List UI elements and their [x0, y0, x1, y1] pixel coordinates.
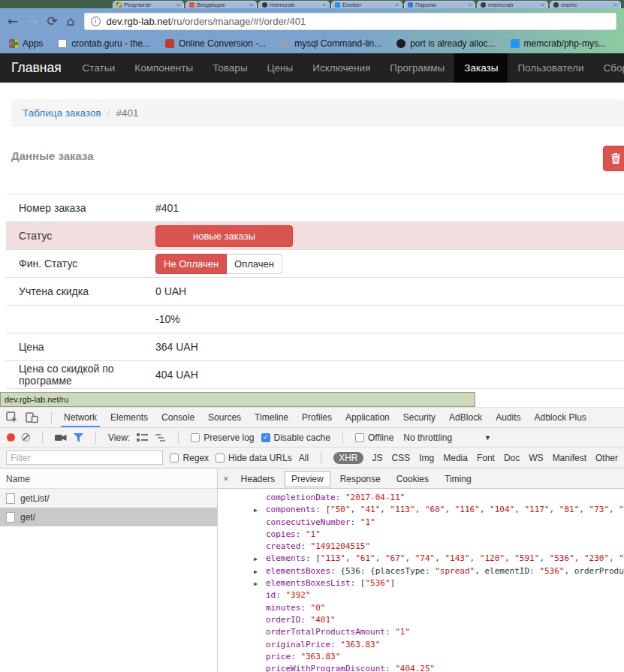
tab-close-icon[interactable]: ×	[468, 2, 472, 8]
checkbox-icon[interactable]	[355, 433, 364, 442]
hide-data-urls-checkbox[interactable]: Hide data URLs	[216, 453, 292, 463]
filter-type[interactable]: Font	[477, 453, 495, 463]
filter-type-all[interactable]: All	[299, 453, 309, 463]
filter-type[interactable]: WS	[529, 453, 543, 463]
breadcrumb-link[interactable]: Таблица заказов	[23, 107, 101, 119]
nav-item[interactable]: Товары	[203, 53, 257, 83]
devtools-tab[interactable]: Audits	[489, 408, 527, 427]
preserve-log-checkbox[interactable]: Preserve log	[191, 432, 254, 443]
json-tree-line[interactable]: priceWithProgramDiscount: "404.25"	[218, 663, 624, 672]
filter-funnel-icon[interactable]	[74, 433, 83, 442]
url-text[interactable]: dev.rgb-lab.net/ru/orders/manage/#!/orde…	[107, 16, 306, 27]
checkbox-icon[interactable]	[261, 433, 270, 442]
throttling-select[interactable]: No throttling	[403, 432, 452, 443]
json-tree-line[interactable]: orderID: "401"	[218, 614, 624, 626]
checkbox-icon[interactable]	[191, 433, 200, 442]
json-tree-line[interactable]: completionDate: "2017-04-11"	[218, 492, 624, 504]
status-badge-button[interactable]: новые заказы	[155, 225, 293, 247]
browser-tab[interactable]: Входящие ×	[185, 1, 257, 8]
filter-type[interactable]: Manifest	[553, 453, 586, 463]
browser-tab[interactable]: memcrab ×	[477, 1, 548, 8]
checkbox-icon[interactable]	[216, 454, 225, 463]
detail-tab[interactable]: Cookies	[390, 472, 435, 487]
devtools-tab[interactable]: AdBlock	[442, 408, 489, 427]
json-tree-line[interactable]: copies: "1"	[218, 529, 624, 541]
clear-icon[interactable]	[22, 433, 30, 441]
filter-type[interactable]: Doc	[504, 453, 520, 463]
nav-item[interactable]: Цены	[258, 53, 303, 83]
view-waterfall-icon[interactable]	[155, 433, 166, 442]
expand-arrow-icon[interactable]: ▶	[254, 505, 266, 517]
unpaid-button[interactable]: Не Оплачен	[155, 254, 227, 274]
delete-order-button[interactable]: У	[603, 146, 624, 171]
nav-item[interactable]: Заказы	[454, 53, 508, 83]
devtools-tab[interactable]: Console	[155, 408, 201, 427]
close-icon[interactable]: ×	[223, 473, 229, 484]
detail-tab[interactable]: Preview	[285, 471, 330, 487]
back-icon[interactable]: ←	[8, 15, 18, 28]
devtools-tab[interactable]: Adblock Plus	[528, 408, 593, 427]
json-tree-line[interactable]: price: "363.83"	[218, 651, 624, 663]
filter-type[interactable]: JS	[372, 453, 383, 463]
view-list-icon[interactable]	[137, 433, 148, 442]
devtools-tab[interactable]: Timeline	[248, 408, 295, 427]
bookmark-item[interactable]: memcrab/php-mys...	[511, 38, 606, 49]
browser-tab[interactable]: Результат ×	[113, 1, 184, 8]
browser-tab[interactable]: Пароли ×	[404, 1, 475, 8]
request-row[interactable]: getList/	[0, 489, 217, 508]
record-icon[interactable]	[7, 433, 15, 441]
requests-header[interactable]: Name	[0, 469, 217, 489]
devtools-tab[interactable]: Sources	[201, 408, 248, 427]
detail-tab[interactable]: Timing	[439, 472, 478, 487]
filter-type[interactable]: XHR	[333, 452, 363, 464]
address-bar[interactable]: i dev.rgb-lab.net/ru/orders/manage/#!/or…	[84, 13, 616, 30]
screenshot-camera-icon[interactable]	[55, 433, 67, 442]
json-tree-line[interactable]: created: "1491204515"	[218, 541, 624, 553]
browser-tab[interactable]: memc ×	[550, 1, 621, 8]
forward-icon[interactable]: →	[27, 15, 38, 28]
expand-arrow-icon[interactable]: ▶	[254, 578, 266, 590]
nav-item[interactable]: Главная	[0, 53, 73, 83]
nav-item[interactable]: Пользователи	[508, 53, 593, 83]
json-tree-line[interactable]: id: "392"	[218, 589, 624, 601]
expand-arrow-icon[interactable]: ▶	[254, 553, 266, 565]
json-tree-line[interactable]: ▶components: ["50", "41", "113", "60", "…	[218, 504, 624, 516]
json-tree-line[interactable]: consecutiveNumber: "1"	[218, 517, 624, 529]
device-toolbar-icon[interactable]	[26, 412, 38, 423]
nav-item[interactable]: Исключения	[303, 53, 380, 83]
regex-checkbox[interactable]: Regex	[170, 453, 209, 463]
inspect-element-icon[interactable]	[6, 411, 18, 423]
json-tree-line[interactable]: originalPrice: "363.83"	[218, 639, 624, 651]
devtools-tab[interactable]: Elements	[104, 408, 155, 427]
tab-close-icon[interactable]: ×	[541, 2, 544, 8]
disable-cache-checkbox[interactable]: Disable cache	[261, 432, 330, 443]
checkbox-icon[interactable]	[170, 454, 179, 463]
detail-tab[interactable]: Headers	[235, 472, 281, 487]
json-tree-line[interactable]: minutes: "0"	[218, 602, 624, 614]
browser-tab[interactable]: memcrab ×	[258, 1, 330, 8]
detail-tab[interactable]: Response	[334, 472, 387, 487]
json-tree-line[interactable]: ▶elementsBoxes: {536: {placesType: "spre…	[218, 565, 624, 577]
nav-item[interactable]: Компоненты	[125, 53, 203, 83]
info-icon[interactable]: i	[91, 17, 101, 26]
browser-tab[interactable]: Docker ×	[331, 1, 402, 8]
bookmark-item[interactable]: mysql Command-lin...	[281, 38, 381, 49]
json-tree-line[interactable]: orderTotalProductsAmount: "1"	[218, 626, 624, 638]
bookmark-item[interactable]: crontab.guru - the...	[58, 38, 150, 49]
offline-checkbox[interactable]: Offline	[355, 432, 393, 443]
json-tree-line[interactable]: ▶elementsBoxesList: ["536"]	[218, 577, 624, 589]
tab-close-icon[interactable]: ×	[249, 2, 253, 8]
nav-item[interactable]: Программы	[380, 53, 454, 83]
devtools-tab[interactable]: Application	[339, 408, 396, 427]
filter-type[interactable]: Img	[419, 453, 434, 463]
bookmark-item[interactable]: Apps	[9, 38, 43, 49]
devtools-tab[interactable]: Profiles	[295, 408, 339, 427]
tab-close-icon[interactable]: ×	[322, 2, 326, 8]
request-row[interactable]: get/	[0, 508, 217, 526]
devtools-tab[interactable]: Network	[57, 408, 104, 427]
home-icon[interactable]: ⌂	[67, 15, 75, 28]
tab-close-icon[interactable]: ×	[395, 2, 399, 8]
reload-icon[interactable]: ⟳	[47, 15, 58, 28]
bookmark-item[interactable]: Online Conversion -...	[165, 38, 266, 49]
nav-item[interactable]: Сборка	[594, 53, 624, 83]
